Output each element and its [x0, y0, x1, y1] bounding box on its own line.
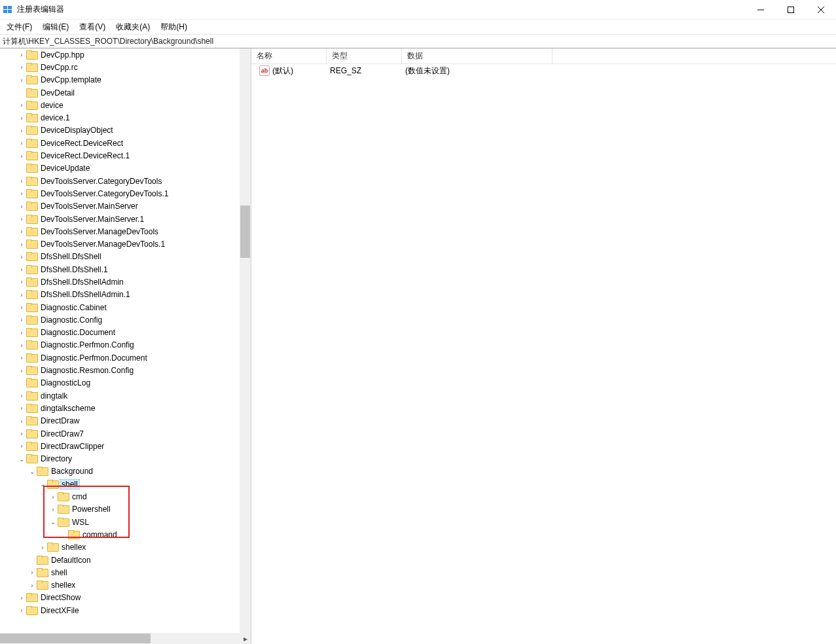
tree-item[interactable]: ›Diagnostic.Resmon.Config [0, 364, 240, 376]
tree-item[interactable]: ›DevToolsServer.CategoryDevTools [0, 175, 240, 187]
menu-favorites[interactable]: 收藏夹(A) [111, 20, 155, 34]
tree-item[interactable]: ›DevToolsServer.MainServer.1 [0, 213, 240, 225]
tree-item[interactable]: ›DirectDraw [0, 415, 240, 427]
expand-icon[interactable]: › [17, 241, 26, 248]
tree-item[interactable]: ⌄shell [0, 478, 240, 490]
tree-item[interactable]: ›DeviceRect.DeviceRect [0, 137, 240, 149]
vertical-scrollbar[interactable] [240, 48, 251, 633]
tree-item[interactable]: ›Diagnostic.Document [0, 327, 240, 339]
tree-item[interactable]: ›DfsShell.DfsShellAdmin.1 [0, 289, 240, 301]
collapse-icon[interactable]: ⌄ [38, 480, 47, 488]
tree-item[interactable]: ›DevToolsServer.MainServer [0, 200, 240, 213]
expand-icon[interactable]: › [17, 442, 26, 450]
tree-item[interactable]: ›shellex [0, 579, 240, 591]
expand-icon[interactable]: › [17, 594, 26, 601]
column-data[interactable]: 数据 [402, 48, 553, 63]
expand-icon[interactable]: › [17, 266, 26, 273]
expand-icon[interactable]: › [17, 63, 26, 71]
collapse-icon[interactable]: ⌄ [27, 468, 37, 475]
expand-icon[interactable]: › [38, 544, 47, 551]
tree-item[interactable]: ›device.1 [0, 111, 240, 124]
expand-icon[interactable]: › [17, 291, 26, 298]
expand-icon[interactable]: › [17, 404, 26, 412]
horizontal-scrollbar[interactable]: ▸ [0, 633, 251, 644]
scroll-right-arrow[interactable]: ▸ [240, 633, 251, 644]
collapse-icon[interactable]: ⌄ [17, 456, 26, 463]
expand-icon[interactable]: › [17, 304, 26, 311]
menu-view[interactable]: 查看(V) [74, 20, 111, 34]
column-name[interactable]: 名称 [251, 48, 327, 63]
tree-item[interactable]: ⌄Directory [0, 453, 240, 465]
tree-item[interactable]: ›Diagnostic.Perfmon.Config [0, 339, 240, 351]
expand-icon[interactable]: › [48, 506, 58, 513]
expand-icon[interactable]: › [17, 77, 26, 84]
tree-item[interactable]: ›DirectXFile [0, 604, 240, 617]
expand-icon[interactable]: › [17, 392, 26, 399]
menu-file[interactable]: 文件(F) [1, 20, 37, 34]
expand-icon[interactable]: › [17, 190, 26, 197]
collapse-icon[interactable]: ⌄ [48, 518, 58, 526]
tree-item[interactable]: ›DevToolsServer.ManageDevTools.1 [0, 238, 240, 250]
tree-item[interactable]: ›Diagnostic.Cabinet [0, 301, 240, 313]
tree-item[interactable]: ·DiagnosticLog [0, 377, 240, 389]
expand-icon[interactable]: › [17, 215, 26, 223]
tree-item[interactable]: ›device [0, 99, 240, 111]
list-row[interactable]: ab(默认)REG_SZ(数值未设置) [251, 64, 836, 77]
scrollbar-thumb[interactable] [240, 206, 250, 258]
tree-item[interactable]: ›dingtalk [0, 389, 240, 402]
expand-icon[interactable]: › [17, 228, 26, 235]
minimize-button[interactable] [746, 0, 776, 20]
tree-item[interactable]: ›DirectDraw7 [0, 427, 240, 440]
tree-item[interactable]: ›DirectDrawClipper [0, 440, 240, 452]
expand-icon[interactable]: › [17, 430, 26, 437]
expand-icon[interactable]: › [17, 115, 26, 122]
expand-icon[interactable]: › [17, 127, 26, 134]
tree-item[interactable]: ·command [0, 528, 240, 541]
tree-item[interactable]: ·DeviceUpdate [0, 162, 240, 175]
expand-icon[interactable]: › [17, 203, 26, 210]
tree-item[interactable]: ›shell [0, 566, 240, 579]
expand-icon[interactable]: › [17, 101, 26, 109]
tree-item[interactable]: ›Powershell [0, 503, 240, 516]
expand-icon[interactable]: › [17, 177, 26, 185]
maximize-button[interactable] [776, 0, 806, 20]
tree-item[interactable]: ›DeviceRect.DeviceRect.1 [0, 149, 240, 162]
tree-item[interactable]: ›DevCpp.rc [0, 61, 240, 73]
expand-icon[interactable]: › [17, 329, 26, 336]
expand-icon[interactable]: › [17, 367, 26, 374]
tree-item[interactable]: ·DevDetail [0, 86, 240, 99]
scrollbar-thumb[interactable] [0, 634, 151, 643]
tree-item[interactable]: ›cmd [0, 490, 240, 503]
expand-icon[interactable]: › [27, 569, 37, 576]
tree-item[interactable]: ›dingtalkscheme [0, 402, 240, 414]
tree-item[interactable]: ›DevToolsServer.CategoryDevTools.1 [0, 187, 240, 200]
tree-item[interactable]: ·DefaultIcon [0, 554, 240, 566]
expand-icon[interactable]: › [27, 582, 37, 589]
expand-icon[interactable]: › [17, 278, 26, 285]
tree-item[interactable]: ›DeviceDisplayObject [0, 124, 240, 137]
tree-item[interactable]: ›DfsShell.DfsShell [0, 251, 240, 263]
expand-icon[interactable]: › [17, 152, 26, 160]
expand-icon[interactable]: › [17, 607, 26, 614]
tree-item[interactable]: ›DevToolsServer.ManageDevTools [0, 225, 240, 238]
tree-item[interactable]: ›DfsShell.DfsShellAdmin [0, 276, 240, 288]
expand-icon[interactable]: › [17, 253, 26, 260]
tree-item[interactable]: ›DevCpp.hpp [0, 48, 240, 61]
tree-item[interactable]: ›DevCpp.template [0, 74, 240, 86]
close-button[interactable] [806, 0, 836, 20]
expand-icon[interactable]: › [17, 418, 26, 425]
tree-item[interactable]: ›DirectShow [0, 592, 240, 604]
expand-icon[interactable]: › [17, 354, 26, 361]
expand-icon[interactable]: › [17, 316, 26, 323]
tree-item[interactable]: ›DfsShell.DfsShell.1 [0, 263, 240, 276]
tree-item[interactable]: ⌄WSL [0, 516, 240, 528]
expand-icon[interactable]: › [17, 342, 26, 349]
tree-item[interactable]: ›Diagnostic.Config [0, 313, 240, 326]
menu-help[interactable]: 帮助(H) [155, 20, 192, 34]
menu-edit[interactable]: 编辑(E) [37, 20, 74, 34]
registry-tree[interactable]: ›DevCpp.hpp›DevCpp.rc›DevCpp.template·De… [0, 48, 240, 617]
tree-item[interactable]: ›shellex [0, 541, 240, 554]
expand-icon[interactable]: › [48, 493, 58, 501]
expand-icon[interactable]: › [17, 51, 26, 58]
expand-icon[interactable]: › [17, 139, 26, 147]
